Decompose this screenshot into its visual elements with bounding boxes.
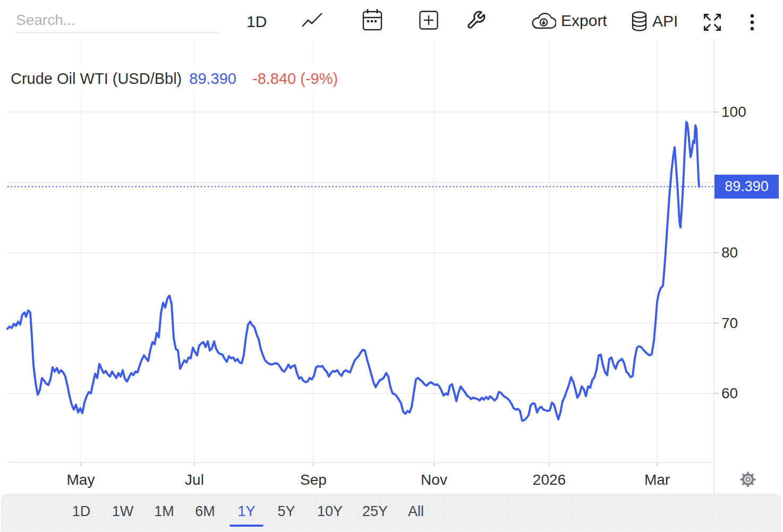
y-axis-label: 80 <box>721 244 738 261</box>
gear-icon <box>738 470 758 489</box>
plus-box-icon <box>419 11 438 30</box>
api-label: API <box>652 12 678 30</box>
range-tab-1d[interactable]: 1D <box>72 503 91 520</box>
y-axis-label: 100 <box>721 104 746 121</box>
api-button[interactable]: API <box>631 11 678 32</box>
range-tab-5y[interactable]: 5Y <box>277 503 295 520</box>
range-tab-10y[interactable]: 10Y <box>317 503 343 520</box>
export-label: Export <box>561 12 607 30</box>
interval-selector[interactable]: 1D <box>246 13 267 31</box>
x-axis-label: Nov <box>421 471 447 488</box>
fullscreen-button[interactable] <box>701 11 724 33</box>
range-tab-all[interactable]: All <box>408 503 424 520</box>
x-axis-label: 2026 <box>533 471 566 488</box>
range-tab-1m[interactable]: 1M <box>154 503 174 520</box>
instrument-name: Crude Oil WTI (USD/Bbl) <box>11 70 182 87</box>
x-axis-label: May <box>67 471 95 488</box>
chart-type-button[interactable] <box>301 11 324 29</box>
chart-app: 1D <box>0 0 783 532</box>
calendar-icon <box>362 8 382 31</box>
instrument-header: Crude Oil WTI (USD/Bbl)89.390-8.840 (-9%… <box>7 65 350 93</box>
range-tab-6m[interactable]: 6M <box>195 503 215 520</box>
toolbar: 1D <box>0 0 783 40</box>
tools-button[interactable] <box>466 10 486 30</box>
x-axis-label: Mar <box>644 471 670 488</box>
price-badge: 89.390 <box>714 175 779 199</box>
settings-gear-button[interactable] <box>738 470 758 489</box>
search-box <box>16 7 218 35</box>
price-change: -8.840 (-9%) <box>252 70 338 87</box>
interval-label: 1D <box>246 13 267 31</box>
active-tab-underline <box>229 525 263 527</box>
price-line-series <box>7 122 699 421</box>
range-tab-bar: 1D1W1M6M1Y5Y10Y25YAll <box>1 494 781 532</box>
line-chart-icon <box>301 11 324 29</box>
last-price: 89.390 <box>189 70 236 87</box>
range-tab-1w[interactable]: 1W <box>112 503 134 520</box>
calendar-button[interactable] <box>362 8 382 31</box>
x-axis-label: Jul <box>185 471 204 488</box>
x-axis-label: Sep <box>300 471 327 488</box>
export-button[interactable]: Export <box>531 12 607 30</box>
range-tab-25y[interactable]: 25Y <box>362 503 388 520</box>
kebab-menu-icon <box>746 13 759 34</box>
range-tab-1y[interactable]: 1Y <box>237 503 255 520</box>
y-axis-label: 70 <box>721 315 738 332</box>
cloud-download-icon <box>531 12 556 30</box>
wrench-icon <box>466 10 486 30</box>
search-input[interactable] <box>16 7 218 33</box>
expand-icon <box>701 11 724 33</box>
more-menu-button[interactable] <box>746 13 759 34</box>
database-icon <box>631 11 648 32</box>
y-axis-label: 60 <box>721 385 738 402</box>
add-indicator-button[interactable] <box>419 11 438 30</box>
